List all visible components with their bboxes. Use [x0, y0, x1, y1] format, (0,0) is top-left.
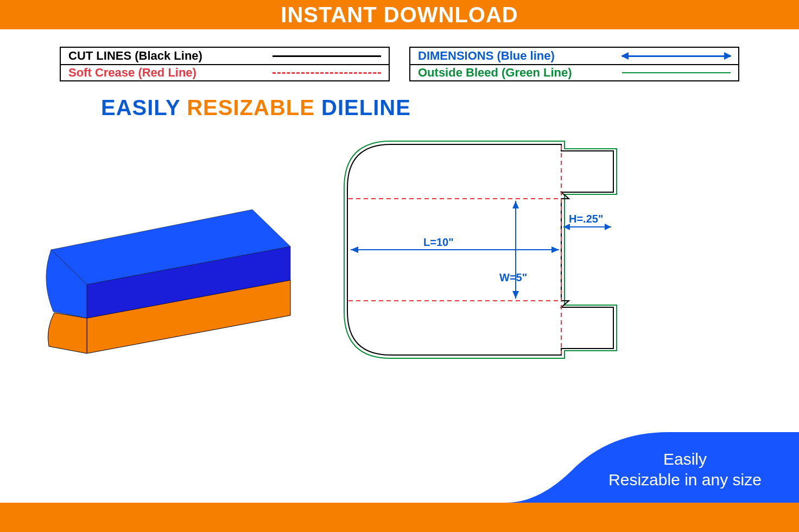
- header-title: INSTANT DOWNLOAD: [281, 3, 518, 27]
- legend: CUT LINES (Black Line) Soft Crease (Red …: [60, 47, 739, 81]
- dim-W-label: W=5": [499, 271, 527, 283]
- dash-line-icon: [272, 67, 381, 78]
- svg-marker-2: [551, 246, 559, 253]
- mockup-front-curve: [48, 313, 87, 353]
- legend-bleed-label: Outside Bleed (Green Line): [418, 66, 622, 80]
- footer-line1: Easily: [663, 450, 707, 468]
- legend-right: DIMENSIONS (Blue line) Outside Bleed (Gr…: [409, 47, 739, 81]
- legend-crease: Soft Crease (Red Line): [61, 64, 389, 80]
- subhead-word-3: DIELINE: [321, 96, 411, 119]
- legend-bleed: Outside Bleed (Green Line): [410, 64, 738, 80]
- sub-heading: EASILY RESIZABLE DIELINE: [101, 96, 411, 120]
- legend-dim: DIMENSIONS (Blue line): [410, 48, 738, 64]
- header-banner: INSTANT DOWNLOAD: [0, 0, 799, 29]
- dieline: L=10" W=5" H=.25": [342, 140, 619, 359]
- solid-line-icon: [272, 50, 381, 61]
- legend-dim-label: DIMENSIONS (Blue line): [418, 49, 622, 63]
- dim-H: H=.25": [563, 213, 611, 230]
- subhead-word-1: EASILY: [101, 96, 180, 119]
- dim-L: L=10": [351, 236, 559, 253]
- dim-L-label: L=10": [423, 236, 454, 248]
- footer-banner: [0, 503, 799, 532]
- footer-swoosh: Easily Resizable in any size: [506, 432, 799, 503]
- box-mockup: [43, 204, 299, 362]
- legend-cut: CUT LINES (Black Line): [61, 48, 389, 64]
- legend-cut-label: CUT LINES (Black Line): [68, 49, 272, 63]
- legend-left: CUT LINES (Black Line) Soft Crease (Red …: [60, 47, 390, 81]
- dim-H-label: H=.25": [569, 213, 603, 225]
- footer-line2: Resizable in any size: [608, 471, 762, 489]
- svg-marker-5: [512, 291, 519, 299]
- svg-marker-8: [605, 224, 611, 230]
- arrow-line-icon: [622, 50, 731, 61]
- subhead-word-2: RESIZABLE: [187, 96, 315, 119]
- svg-marker-4: [512, 201, 519, 208]
- svg-marker-1: [351, 246, 358, 253]
- green-line-icon: [622, 67, 731, 78]
- legend-crease-label: Soft Crease (Red Line): [68, 66, 272, 80]
